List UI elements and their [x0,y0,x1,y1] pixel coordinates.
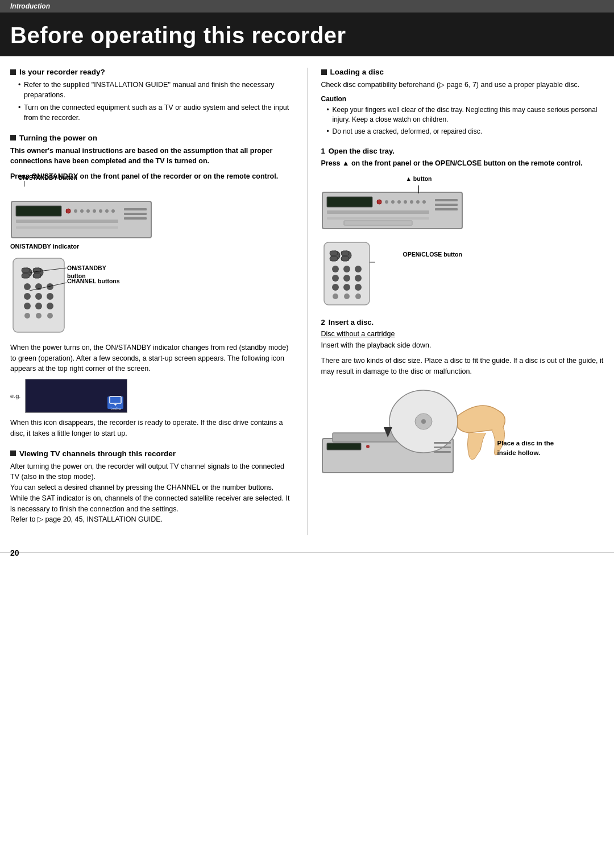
svg-point-63 [343,266,350,272]
svg-rect-21 [33,274,41,278]
recorder-svg-top [10,200,152,239]
caution-list: Keep your fingers well clear of the disc… [321,105,604,137]
main-content: Is your recorder ready? Refer to the sup… [0,56,614,547]
recorder-ready-item-2: Turn on the connected equipment such as … [18,102,293,123]
step-1-section: 1 Open the disc tray. Press ▲ on the fro… [321,147,604,308]
recorder-ready-item-1: Refer to the supplied "INSTALLATION GUID… [18,80,293,100]
svg-point-64 [355,266,362,272]
recorder-diagram-top: ON/STANDBY button [10,187,293,250]
loading-text-label: Loading [110,407,121,410]
svg-point-24 [47,283,53,290]
section-power-on: Turning the power on This owner's manual… [10,134,293,439]
svg-rect-61 [341,257,349,261]
step-2-section: 2 Insert a disc. Disc without a cartridg… [321,318,604,495]
disc-diagram: Place a disc in the inside hollow. [321,382,571,495]
svg-point-47 [385,200,388,204]
step-2-title: 2 Insert a disc. [321,318,604,326]
step-1-label: Open the disc tray. [329,147,395,155]
svg-point-69 [343,284,350,291]
open-close-line [370,251,375,274]
top-bar-label: Introduction [10,2,50,10]
svg-rect-42 [327,210,429,214]
open-close-remote-area: OPEN/CLOSE button [321,239,604,308]
viewing-tv-para: After turning the power on, the recorder… [10,461,293,526]
svg-rect-85 [434,451,451,453]
section-viewing-tv: Viewing TV channels through this recorde… [10,449,293,526]
svg-point-50 [404,200,407,204]
step-2-num: 2 [321,318,325,326]
svg-point-71 [333,294,338,299]
svg-point-12 [99,209,102,213]
disc-svg [321,382,526,493]
svg-point-68 [332,284,339,291]
page-number: 20 [10,548,19,557]
caution-box: Caution Keep your fingers well clear of … [321,95,604,137]
svg-point-13 [105,209,109,213]
svg-rect-36 [110,396,121,403]
svg-rect-20 [33,268,41,272]
power-on-para-1: When the power turns on, the ON/STANDBY … [10,342,293,374]
caution-item-1: Keep your fingers well clear of the disc… [327,105,604,125]
remote-svg-right [321,239,395,308]
channel-buttons-label: CHANNEL buttons [67,277,124,286]
section-recorder-ready-title: Is your recorder ready? [10,68,293,76]
svg-point-70 [355,284,362,291]
svg-rect-7 [124,217,147,220]
svg-rect-6 [124,213,147,215]
svg-point-51 [410,200,413,204]
svg-point-65 [332,275,339,282]
recorder-svg-right-top [321,191,463,230]
svg-point-33 [47,313,53,319]
insert-para: Insert with the playback side down. [321,340,604,351]
svg-point-14 [111,209,115,213]
top-bar: Introduction [0,0,614,13]
svg-rect-44 [435,199,458,201]
svg-rect-58 [330,257,338,261]
svg-rect-77 [327,443,361,450]
svg-point-9 [80,209,84,213]
step-1-num: 1 [321,147,325,155]
svg-rect-60 [341,251,349,255]
disc-size-para: There are two kinds of disc size. Place … [321,356,604,377]
place-disc-label: Place a disc in the inside hollow. [497,439,571,458]
svg-point-28 [24,303,31,309]
svg-rect-40 [327,197,372,207]
svg-point-52 [416,200,420,204]
svg-rect-3 [16,220,118,223]
on-standby-indicator-label: ON/STANDBY indicator [10,243,293,250]
eject-line [418,185,419,193]
screen-eg-label: e.g. [10,392,20,399]
recorder-diagram-eject: ▲ button [321,175,463,232]
remote-diagram: ON/STANDBY button CHANNEL buttons [10,255,293,337]
svg-point-49 [397,200,401,204]
svg-rect-45 [435,204,458,206]
step-2-label: Insert a disc. [329,318,374,326]
svg-point-73 [355,294,361,299]
eject-button-label: ▲ button [406,175,432,183]
svg-point-29 [35,303,42,309]
on-standby-button-line [24,181,24,187]
svg-point-8 [74,209,77,213]
title-banner: Before operating this recorder [0,13,614,56]
screen-box: Loading [25,379,127,413]
svg-rect-84 [434,447,451,448]
on-standby-button-label: ON/STANDBY button [18,174,77,181]
svg-point-81 [421,419,426,424]
svg-rect-43 [327,217,429,220]
svg-point-30 [47,303,53,309]
loading-icon-svg [109,396,122,406]
svg-point-41 [377,200,381,204]
step-1-title: 1 Open the disc tray. [321,147,604,155]
svg-point-2 [66,209,70,213]
svg-point-72 [344,294,350,299]
caution-title: Caution [321,95,604,103]
power-on-para-2: When this icon disappears, the recorder … [10,418,293,439]
svg-point-62 [332,266,339,272]
svg-point-10 [86,209,90,213]
loading-disc-para: Check disc compatibility beforehand (▷ p… [321,80,604,90]
step-1-substep: Press ▲ on the front panel or the OPEN/C… [321,159,604,169]
svg-point-67 [355,275,362,282]
right-column: Loading a disc Check disc compatibility … [308,68,604,535]
footer: 20 [0,552,614,569]
screen-example: e.g. Loading [10,379,293,413]
